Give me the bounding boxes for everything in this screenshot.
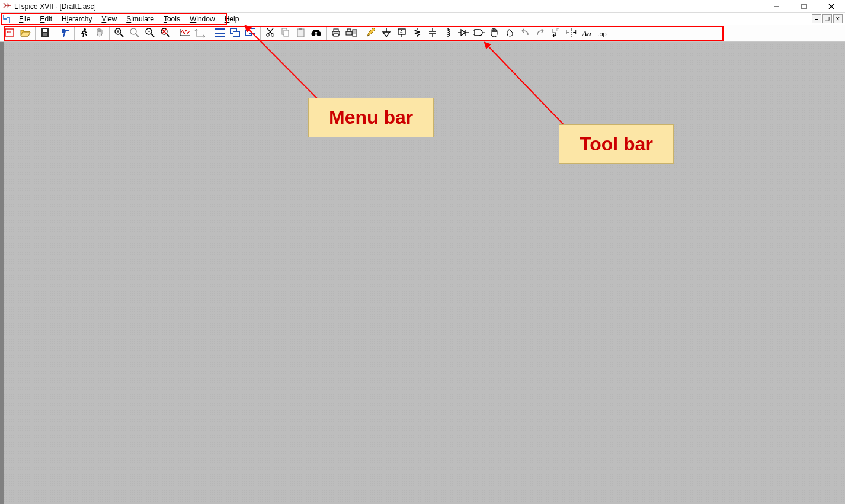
open-hand-icon [489,27,500,40]
tile-windows-button[interactable] [212,27,228,41]
mdi-close-button[interactable]: ✕ [833,14,843,23]
text-icon: Aa [582,29,591,38]
ground-icon [381,27,392,40]
redo-button[interactable] [533,27,548,41]
halt-button[interactable] [92,27,107,41]
capacitor-icon [427,27,438,40]
hammer-icon [59,27,70,40]
svg-line-17 [151,34,154,37]
close-all-windows-button[interactable] [243,27,258,41]
menu-simulate[interactable]: Simulate [121,14,159,24]
op-icon: .op [597,30,606,38]
maximize-button[interactable] [790,0,818,13]
label-net-button[interactable]: A [394,27,409,41]
closed-hand-icon [504,27,515,40]
folder-open-icon [20,27,31,40]
cut-button[interactable] [263,27,278,41]
menu-view[interactable]: View [97,14,121,24]
svg-text:A: A [400,30,403,34]
scissors-icon [265,27,276,40]
capacitor-button[interactable] [425,27,440,41]
windows-stack-icon [245,27,257,40]
save-button[interactable] [37,27,53,41]
print-setup-button[interactable] [344,27,359,41]
svg-rect-46 [334,29,338,31]
tool-bar: A E EE Aa .op [0,25,845,42]
menu-hierarchy[interactable]: Hierarchy [57,14,97,24]
new-schematic-icon [4,27,16,40]
menu-label: ile [23,15,30,23]
undo-icon [520,28,530,39]
mirror-icon: EE [565,27,577,40]
find-button[interactable] [309,27,324,41]
paste-button[interactable] [293,27,309,41]
print-button[interactable] [328,27,344,41]
zoom-out-button[interactable] [142,27,158,41]
cascade-windows-button[interactable] [228,27,243,41]
menu-file[interactable]: File [14,14,35,24]
diode-button[interactable] [456,27,471,41]
control-panel-button[interactable] [57,27,72,41]
menu-tools[interactable]: Tools [159,14,185,24]
pick-traces-button[interactable] [193,27,208,41]
pencil-icon [366,27,376,40]
svg-rect-40 [297,29,304,37]
undo-button[interactable] [517,27,533,41]
tool-bar-callout: Tool bar [559,124,674,164]
draw-wire-button[interactable] [363,27,379,41]
redo-icon [535,28,546,39]
menu-help[interactable]: Help [220,14,244,24]
printer-setup-icon [345,28,357,39]
close-button[interactable] [818,0,845,13]
svg-rect-29 [233,32,239,36]
mdi-restore-button[interactable]: ❐ [822,14,832,23]
pan-button[interactable] [127,27,142,41]
svg-rect-1 [802,4,806,9]
and-gate-icon [473,27,485,40]
diode-icon [457,27,469,40]
menu-label: iew [106,15,117,23]
rotate-button[interactable]: E [548,27,564,41]
zoom-fit-button[interactable] [158,27,173,41]
svg-text:E: E [556,28,559,32]
toolbar-separator [210,27,210,40]
toolbar-separator [260,27,261,40]
menu-window[interactable]: Window [185,14,220,24]
mdi-minimize-button[interactable]: ‒ [812,14,821,23]
svg-rect-47 [334,34,338,36]
zoom-fit-icon [160,27,171,40]
svg-point-35 [271,34,274,37]
component-button[interactable] [471,27,486,41]
title-bar: LTspice XVII - [Draft1.asc] [0,0,845,13]
zoom-in-button[interactable] [111,27,127,41]
minimize-button[interactable] [763,0,790,13]
mirror-button[interactable]: EE [564,27,579,41]
move-button[interactable] [486,27,502,41]
menu-label: imulate [131,15,154,23]
inductor-button[interactable] [440,27,456,41]
toolbar-separator [35,27,36,40]
ground-button[interactable] [379,27,394,41]
svg-point-14 [130,28,136,34]
window-controls [763,0,845,13]
spice-directive-button[interactable]: .op [594,27,610,41]
run-button[interactable] [76,27,92,41]
new-schematic-button[interactable] [2,27,18,41]
autorange-button[interactable] [177,27,193,41]
menu-bar-callout: Menu bar [308,98,434,137]
copy-button[interactable] [278,27,293,41]
svg-rect-8 [65,30,69,31]
menu-edit[interactable]: Edit [35,14,57,24]
text-button[interactable]: Aa [579,27,594,41]
toolbar-separator [74,27,75,40]
hand-stop-icon [94,27,105,40]
open-button[interactable] [18,27,33,41]
resistor-button[interactable] [409,27,425,41]
drag-button[interactable] [502,27,517,41]
magnifier-icon [129,27,140,40]
resistor-icon [412,27,423,40]
svg-rect-44 [313,30,319,32]
svg-point-34 [267,34,270,37]
inductor-icon [443,27,453,40]
svg-rect-41 [299,28,302,30]
